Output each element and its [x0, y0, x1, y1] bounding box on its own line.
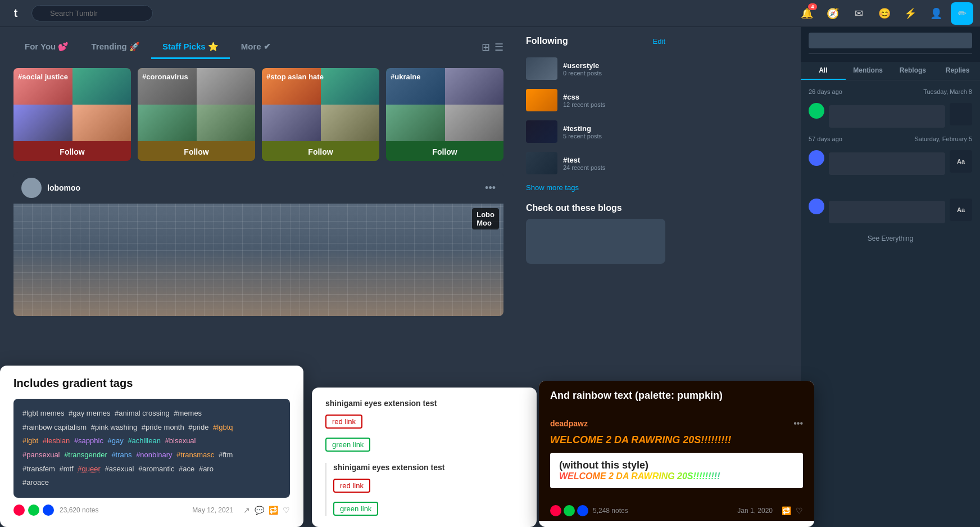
- notif-avatar-1: [809, 103, 824, 119]
- tag-item-css[interactable]: #css 12 recent posts: [526, 84, 665, 116]
- notifications-badge: 4: [808, 3, 817, 10]
- follow-coronavirus[interactable]: Follow: [138, 143, 255, 161]
- tag-info-userstyle: #userstyle 0 recent posts: [563, 61, 602, 76]
- post-lobomoo: lobomoo ••• LoboMoo: [13, 172, 503, 316]
- tag-thumb-css: [526, 89, 557, 111]
- notif-tab-all[interactable]: All: [801, 62, 846, 80]
- follow-ukraine[interactable]: Follow: [386, 143, 503, 161]
- feed-tabs: For You 💕 Trending 🚀 Staff Picks ⭐ More …: [13, 36, 503, 59]
- blogs-placeholder: [526, 219, 665, 264]
- tab-staff-picks[interactable]: Staff Picks ⭐: [151, 36, 230, 59]
- compose-button[interactable]: ✏: [951, 2, 973, 25]
- notif-date-1: 26 days ago Tuesday, March 8: [801, 85, 980, 98]
- list-view-icon[interactable]: ☰: [494, 41, 503, 53]
- card-img-c4: [197, 105, 256, 141]
- activity-button[interactable]: ⚡: [899, 2, 922, 25]
- follow-stop-asian-hate[interactable]: Follow: [262, 143, 379, 161]
- notif-header-divider: [809, 53, 972, 54]
- tag-posts-css: 12 recent posts: [563, 101, 605, 108]
- post-username[interactable]: lobomoo: [47, 183, 80, 192]
- post-header: lobomoo •••: [13, 172, 503, 204]
- nav-icons: 🔔 4 🧭 ✉ 😊 ⚡ 👤 ✏: [796, 2, 973, 25]
- tag-item-test[interactable]: #test 24 recent posts: [526, 147, 665, 179]
- notif-body: 26 days ago Tuesday, March 8 57 days ago…: [801, 80, 980, 527]
- right-sidebar: Following Edit #userstyle 0 recent posts…: [517, 27, 674, 527]
- tag-name-test: #test: [563, 156, 605, 164]
- tag-label-social: #social justice: [18, 73, 68, 81]
- notif-content-3: [829, 199, 945, 223]
- post-menu-button[interactable]: •••: [485, 182, 496, 194]
- explore-button[interactable]: 🧭: [822, 2, 844, 25]
- see-everything-link[interactable]: See Everything: [801, 228, 980, 249]
- card-img-a3: [262, 105, 321, 141]
- card-img-2: [72, 68, 131, 105]
- tag-item-userstyle[interactable]: #userstyle 0 recent posts: [526, 53, 665, 84]
- tag-thumb-testing: [526, 120, 557, 143]
- follow-social-justice[interactable]: Follow: [13, 143, 131, 161]
- notif-content-2: [829, 150, 945, 190]
- tag-name-css: #css: [563, 93, 605, 101]
- tag-card-social-justice[interactable]: #social justice Follow: [13, 68, 131, 161]
- tab-for-you[interactable]: For You 💕: [13, 36, 80, 59]
- messages-button[interactable]: ✉: [847, 2, 870, 25]
- notif-action-button-3[interactable]: Aa: [950, 199, 972, 221]
- following-title: Following: [526, 36, 568, 46]
- card-img-c3: [138, 105, 197, 141]
- card-img-u4: [445, 105, 504, 141]
- logo-icon[interactable]: t: [7, 4, 25, 22]
- tag-info-testing: #testing 5 recent posts: [563, 124, 602, 139]
- tag-name-userstyle: #userstyle: [563, 61, 602, 70]
- notif-content-1: [829, 103, 945, 128]
- tag-item-testing[interactable]: #testing 5 recent posts: [526, 116, 665, 147]
- following-edit-button[interactable]: Edit: [653, 37, 665, 46]
- notif-tab-mentions[interactable]: Mentions: [846, 62, 891, 80]
- show-more-tags-button[interactable]: Show more tags: [526, 183, 665, 192]
- tag-label-corona: #coronavirus: [142, 73, 188, 81]
- card-img-c2: [197, 68, 256, 105]
- notif-text-box-3: [829, 201, 945, 223]
- tag-card-stop-asian-hate[interactable]: #stop asian hate Follow: [262, 68, 379, 161]
- tag-label-asian: #stop asian hate: [266, 73, 324, 81]
- notif-tabs: All Mentions Reblogs Replies: [801, 62, 980, 80]
- notif-item-2: Aa: [801, 146, 980, 194]
- card-img-u2: [445, 68, 504, 105]
- tag-posts-testing: 5 recent posts: [563, 133, 602, 139]
- notif-avatar-3: [809, 199, 824, 214]
- post-image: LoboMoo: [13, 204, 503, 316]
- post-avatar[interactable]: [21, 178, 42, 198]
- tag-posts-userstyle: 0 recent posts: [563, 70, 602, 76]
- notif-item-1: [801, 98, 980, 132]
- tag-info-test: #test 24 recent posts: [563, 156, 605, 171]
- notif-tab-replies[interactable]: Replies: [935, 62, 980, 80]
- notif-item-3: Aa: [801, 194, 980, 228]
- tag-card-coronavirus[interactable]: #coronavirus Follow: [138, 68, 255, 161]
- card-img-3: [13, 105, 72, 141]
- notif-avatar-2: [809, 150, 824, 166]
- notif-action-button-1[interactable]: [950, 103, 972, 125]
- notif-date-2: 57 days ago Saturday, February 5: [801, 132, 980, 146]
- notification-panel: All Mentions Reblogs Replies 26 days ago…: [800, 27, 980, 527]
- notif-text-extra: [829, 178, 945, 190]
- notif-tab-reblogs[interactable]: Reblogs: [891, 62, 936, 80]
- tag-thumb-userstyle: [526, 57, 557, 80]
- emoji-button[interactable]: 😊: [873, 2, 896, 25]
- notifications-button[interactable]: 🔔 4: [796, 2, 818, 25]
- main-layout: For You 💕 Trending 🚀 Staff Picks ⭐ More …: [0, 27, 980, 527]
- following-header: Following Edit: [526, 36, 665, 46]
- grid-view-icon[interactable]: ⊞: [482, 41, 490, 53]
- search-input[interactable]: [31, 5, 153, 21]
- check-blogs-section: Check out these blogs: [526, 203, 665, 264]
- notif-action-button-2[interactable]: Aa: [950, 150, 972, 173]
- notif-text-box-2: [829, 152, 945, 175]
- tag-posts-test: 24 recent posts: [563, 164, 605, 171]
- card-img-u3: [386, 105, 445, 141]
- tag-label-ukraine: #ukraine: [391, 73, 420, 81]
- tab-more[interactable]: More ✔: [230, 36, 282, 59]
- post-watermark: LoboMoo: [472, 208, 499, 229]
- notif-text-box-1: [829, 105, 945, 128]
- account-button[interactable]: 👤: [925, 2, 947, 25]
- tag-cards: #social justice Follow #coronavirus: [13, 68, 503, 161]
- tag-card-ukraine[interactable]: #ukraine Follow: [386, 68, 503, 161]
- tag-info-css: #css 12 recent posts: [563, 93, 605, 108]
- tab-trending[interactable]: Trending 🚀: [80, 36, 151, 59]
